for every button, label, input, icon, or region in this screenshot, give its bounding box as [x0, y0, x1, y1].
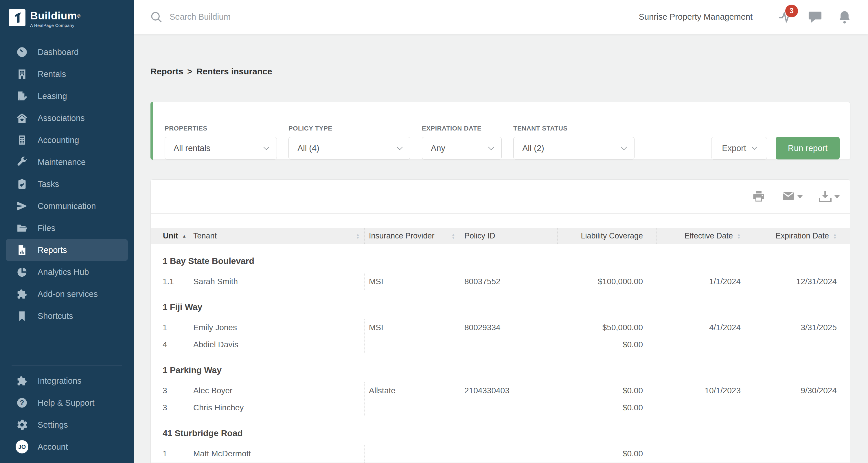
sidebar-item-settings[interactable]: Settings — [6, 414, 128, 436]
property-group-header: 41 Sturbridge Road — [151, 416, 850, 445]
sidebar-item-communication[interactable]: Communication — [6, 195, 128, 217]
brand-wordmark: Buildium® — [30, 10, 81, 22]
sidebar: Buildium® A RealPage Company Dashboard R… — [0, 0, 134, 463]
chat-icon — [808, 10, 822, 24]
cell-unit: 1 — [151, 319, 189, 336]
sidebar-item-accounting[interactable]: Accounting — [6, 129, 128, 151]
cell-unit: 1.1 — [151, 273, 189, 290]
sidebar-item-associations[interactable]: Associations — [6, 107, 128, 129]
chevron-down-icon — [621, 144, 627, 150]
cell-liability-coverage: $0.00 — [557, 445, 656, 462]
sidebar-item-dashboard[interactable]: Dashboard — [6, 41, 128, 63]
sidebar-item-analytics-hub[interactable]: Analytics Hub — [6, 261, 128, 283]
print-button[interactable] — [752, 189, 766, 204]
table-row: 4 Abdiel Davis $0.00 — [151, 336, 850, 353]
cell-expiration-date: 3/31/2025 — [754, 319, 850, 336]
sort-icon: ▲▼ — [452, 233, 455, 239]
search-input[interactable] — [169, 12, 372, 22]
cell-policy-id: 80037552 — [460, 273, 557, 290]
sidebar-item-tasks[interactable]: Tasks — [6, 173, 128, 195]
cell-unit: 3 — [151, 399, 189, 416]
column-header-effective-date[interactable]: Effective Date ▲▼ — [656, 228, 754, 244]
column-header-insurance-provider[interactable]: Insurance Provider ▲▼ — [364, 228, 460, 244]
policy-type-filter-value: All (4) — [298, 144, 389, 153]
breadcrumb-separator: > — [187, 67, 192, 76]
expiration-date-filter-select[interactable]: Any — [422, 137, 502, 159]
sidebar-item-integrations[interactable]: Integrations — [6, 370, 128, 392]
sidebar-item-label: Shortcuts — [38, 311, 73, 321]
chevron-down-icon — [263, 144, 269, 150]
cell-insurance-provider — [364, 336, 460, 353]
breadcrumb-section[interactable]: Reports — [151, 67, 183, 76]
dashboard-icon — [16, 46, 28, 58]
folder-icon — [16, 222, 28, 235]
puzzle-icon — [16, 374, 28, 387]
sidebar-item-reports[interactable]: Reports — [6, 239, 128, 261]
sidebar-item-maintenance[interactable]: Maintenance — [6, 151, 128, 173]
table-spacer — [151, 214, 850, 228]
sort-asc-icon: ▲ — [182, 234, 186, 239]
properties-filter-select[interactable]: All rentals — [165, 137, 277, 159]
sidebar-item-label: Associations — [38, 114, 85, 123]
sidebar-item-addon-services[interactable]: Add-on services — [6, 283, 128, 305]
policy-type-filter-label: POLICY TYPE — [288, 125, 410, 132]
send-icon — [16, 200, 28, 212]
cell-expiration-date — [754, 445, 850, 462]
export-button[interactable]: Export — [711, 137, 767, 159]
company-name[interactable]: Sunrise Property Management — [639, 12, 752, 22]
avatar-initials: JO — [16, 440, 28, 454]
report-table-card: Unit ▲ Tenant ▲▼ Insurance Provider ▲▼ P… — [151, 179, 850, 463]
column-header-unit[interactable]: Unit ▲ — [151, 228, 189, 244]
sidebar-item-rentals[interactable]: Rentals — [6, 63, 128, 85]
column-header-expiration-date[interactable]: Expiration Date ▲▼ — [754, 228, 850, 244]
sidebar-item-help-support[interactable]: ? Help & Support — [6, 392, 128, 414]
sidebar-item-account[interactable]: JO Account — [6, 436, 128, 458]
page-content: Reports > Renters insurance PROPERTIES A… — [134, 34, 868, 463]
lease-document-icon — [16, 90, 28, 102]
app-window: Buildium® A RealPage Company Dashboard R… — [0, 0, 868, 463]
activity-button[interactable]: 3 — [778, 10, 793, 24]
table-row: 1 Matt McDermott $0.00 — [151, 445, 850, 462]
email-button[interactable] — [781, 189, 803, 204]
property-group-header: 1 Bay State Boulevard — [151, 244, 850, 273]
cell-effective-date — [656, 399, 754, 416]
cell-tenant: Emily Jones — [189, 319, 364, 336]
property-group-header: 1 Fiji Way — [151, 290, 850, 319]
cell-insurance-provider: MSI — [364, 319, 460, 336]
topbar: Sunrise Property Management 3 — [134, 0, 868, 34]
sidebar-item-label: Tasks — [38, 179, 59, 189]
bookmark-icon — [16, 310, 28, 322]
policy-type-filter-select[interactable]: All (4) — [288, 137, 410, 159]
sidebar-item-label: Reports — [38, 245, 67, 255]
cell-effective-date — [656, 336, 754, 353]
export-button-label: Export — [722, 144, 746, 153]
run-report-button[interactable]: Run report — [776, 137, 840, 159]
notifications-button[interactable] — [837, 10, 852, 24]
column-header-liability-coverage[interactable]: Liability Coverage — [557, 228, 656, 244]
sidebar-item-label: Analytics Hub — [38, 267, 89, 277]
building-icon — [16, 68, 28, 81]
cell-liability-coverage: $50,000.00 — [557, 319, 656, 336]
properties-filter-label: PROPERTIES — [165, 125, 277, 132]
sidebar-item-label: Integrations — [38, 376, 82, 386]
column-header-tenant[interactable]: Tenant ▲▼ — [189, 228, 364, 244]
puzzle-icon — [16, 288, 28, 300]
column-header-policy-id[interactable]: Policy ID — [460, 228, 557, 244]
sidebar-item-leasing[interactable]: Leasing — [6, 85, 128, 107]
download-button[interactable] — [818, 189, 840, 204]
cell-insurance-provider — [364, 445, 460, 462]
cell-effective-date: 1/1/2024 — [656, 273, 754, 290]
messages-button[interactable] — [808, 10, 822, 24]
table-row: 1.1 Sarah Smith MSI 80037552 $100,000.00… — [151, 273, 850, 290]
print-icon — [752, 189, 766, 204]
table-toolbar — [151, 180, 850, 214]
sidebar-nav: Dashboard Rentals Leasing Associations A… — [0, 38, 134, 366]
avatar: JO — [16, 440, 28, 453]
sidebar-item-shortcuts[interactable]: Shortcuts — [6, 305, 128, 327]
tenant-status-filter-select[interactable]: All (2) — [513, 137, 634, 159]
expiration-date-filter-value: Any — [431, 144, 480, 153]
brand-tagline: A RealPage Company — [30, 23, 81, 28]
sidebar-item-files[interactable]: Files — [6, 217, 128, 239]
buildium-logo[interactable]: Buildium® A RealPage Company — [0, 0, 134, 38]
sidebar-footer: Integrations ? Help & Support Settings J… — [0, 366, 134, 463]
